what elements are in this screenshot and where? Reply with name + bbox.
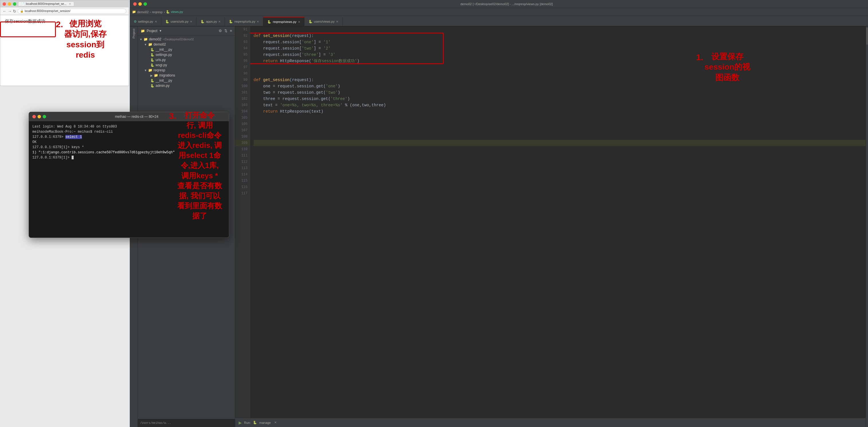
run-label: Run: <box>244 421 251 424</box>
traffic-red[interactable] <box>3 2 6 6</box>
gear-icon[interactable]: ≡ <box>230 29 232 33</box>
annotation-2: 2. 使用浏览 器访问,保存 session到 redis <box>56 19 119 60</box>
file-tree-terminal-path: /Users/meihao/w... <box>138 419 235 427</box>
folder-icon: 📁 <box>141 29 145 33</box>
project-header-label: Project <box>147 29 157 33</box>
browser-tab[interactable]: 📄 localhost:8000/reqresp/set_se... ✕ <box>18 1 74 6</box>
close-icon[interactable]: ✕ <box>69 2 71 5</box>
demo02-folder-icon: 📁 <box>148 42 152 47</box>
annotation-3: 3. 打开命令 行, 调用 redis-cli命令 进入redis, 调 用se… <box>169 110 249 221</box>
wsgi-py-label: wsgi.py <box>156 63 167 67</box>
migrations-folder-icon: 📁 <box>154 73 158 78</box>
ln-92: 92 <box>235 33 250 39</box>
tab-settings[interactable]: ⚙ settings.py ✕ <box>130 17 161 26</box>
url-text: localhost:8000/reqresp/set_session/ <box>25 9 70 12</box>
tree-root[interactable]: ▼ 📁 demo02 ~/Desktop/ee02/demo02 <box>138 37 235 42</box>
tree-urls[interactable]: 🐍 urls.py <box>138 57 235 62</box>
tab-settings-close[interactable]: ✕ <box>155 20 157 23</box>
tab-reqresp-urls[interactable]: 🐍 reqresp/urls.py ✕ <box>225 17 263 26</box>
tab-apps-close[interactable]: ✕ <box>218 20 221 23</box>
code-line-102: three = request.session.get('three') <box>253 96 866 102</box>
ln-94: 94 <box>235 45 250 52</box>
tree-reqresp-init[interactable]: 🐍 __init__.py <box>138 78 235 83</box>
tab-reqresp-urls-close[interactable]: ✕ <box>257 20 259 23</box>
root-folder-icon: 📁 <box>144 37 148 41</box>
refresh-button[interactable]: ↻ <box>13 9 16 13</box>
tab-apps[interactable]: 🐍 apps.py ✕ <box>196 17 225 26</box>
tree-admin[interactable]: 🐍 admin.py <box>138 83 235 88</box>
ide-tabs-bar: ⚙ settings.py ✕ 🐍 users/urls.py ✕ 🐍 apps… <box>130 16 868 26</box>
line-numbers: 91 92 93 94 95 96 97 98 99 100 101 102 1… <box>235 26 250 418</box>
file-tree-header: 📁 Project ▼ ⚙ ⇅ ≡ <box>138 26 235 35</box>
code-line-94: request.session['two'] = '2' <box>253 45 866 52</box>
code-line-112 <box>253 159 866 165</box>
tree-reqresp[interactable]: ▼ 📁 reqresp <box>138 68 235 73</box>
manage-icon: 🐍 <box>253 421 257 424</box>
browser-tabs-row: 📄 localhost:8000/reqresp/set_se... ✕ <box>0 0 129 7</box>
tab-users-views[interactable]: 🐍 users/views.py ✕ <box>305 17 343 26</box>
code-line-92: def set_session(request): <box>253 33 866 39</box>
tree-init[interactable]: 🐍 __init__.py <box>138 47 235 52</box>
tab-reqresp-views-close[interactable]: ✕ <box>298 20 300 24</box>
annotation-1: 1. 设置保存 session的视 图函数 <box>696 52 788 83</box>
success-message: 保存session数据成功 <box>5 19 45 24</box>
traffic-green[interactable] <box>13 2 16 6</box>
code-line-111 <box>253 152 866 159</box>
apps-file-icon: 🐍 <box>200 20 205 24</box>
split-icon[interactable]: ⇅ <box>224 29 227 33</box>
root-path: ~/Desktop/ee02/demo02 <box>162 38 194 41</box>
code-line-107 <box>253 127 866 133</box>
breadcrumb-demo02: demo02 <box>137 10 149 14</box>
tree-migrations[interactable]: ▶ 📁 migrations <box>138 73 235 78</box>
tab-reqresp-views[interactable]: 🐍 reqresp/views.py ✕ <box>263 17 305 26</box>
admin-py-label: admin.py <box>156 84 169 88</box>
tree-wsgi[interactable]: 🐍 wsgi.py <box>138 62 235 68</box>
urls-py-label: urls.py <box>156 58 165 62</box>
migrations-label: migrations <box>159 73 175 78</box>
tab-users-views-close[interactable]: ✕ <box>336 20 338 23</box>
code-line-110 <box>253 146 866 152</box>
demo02-label: demo02 <box>154 42 166 47</box>
admin-py-icon: 🐍 <box>150 84 154 88</box>
term-traffic-yellow[interactable] <box>37 115 41 118</box>
code-scrollbar[interactable] <box>866 26 868 427</box>
tree-arrow-migrations: ▶ <box>150 74 153 77</box>
tab-users-urls[interactable]: 🐍 users/urls.py ✕ <box>161 17 196 26</box>
term-traffic-red[interactable] <box>32 115 36 118</box>
fn-set-session: set_session <box>263 33 290 39</box>
scrollbar-thumb[interactable] <box>866 28 868 45</box>
ln-93: 93 <box>235 39 250 45</box>
ide-tl-red[interactable] <box>133 2 137 6</box>
ln-102: 102 <box>235 96 250 102</box>
file-tree-actions: ⚙ ⇅ ≡ <box>219 29 232 33</box>
settings-file-icon: ⚙ <box>134 20 137 24</box>
ide-window-title: demo02 [~/Desktop/ee02/demo02] - .../req… <box>149 2 865 6</box>
settings-gear-icon[interactable]: ⚙ <box>219 29 222 33</box>
code-line-100: one = request.session.get('one') <box>253 83 866 89</box>
code-line-103: text = 'one=%s, two=%s, three=%s' % (one… <box>253 102 866 108</box>
code-line-109 <box>253 140 866 146</box>
ide-tl-yellow[interactable] <box>138 2 142 6</box>
address-bar[interactable]: 🔒 localhost:8000/reqresp/set_session/ <box>18 9 126 14</box>
tab-users-urls-close[interactable]: ✕ <box>190 20 192 23</box>
term-traffic-green[interactable] <box>43 115 46 118</box>
ln-96: 96 <box>235 58 250 64</box>
code-line-91 <box>253 26 866 33</box>
run-icon: ▶ <box>239 420 242 425</box>
forward-button[interactable]: → <box>8 9 12 13</box>
project-label[interactable]: Project <box>132 29 135 38</box>
browser-tab-label: localhost:8000/reqresp/set_se... <box>26 2 66 5</box>
tree-demo02[interactable]: ▼ 📁 demo02 <box>138 42 235 47</box>
tree-settings[interactable]: 🐍 settings.py <box>138 52 235 57</box>
breadcrumb-reqresp: reqresp <box>152 10 162 14</box>
close-run-icon[interactable]: ✕ <box>274 421 277 424</box>
tree-arrow-demo02: ▼ <box>144 43 147 46</box>
ide-tl-green[interactable] <box>144 2 147 6</box>
browser-traffic-lights <box>3 2 16 6</box>
settings-py-icon: 🐍 <box>150 53 154 57</box>
back-button[interactable]: ← <box>3 9 7 13</box>
file-tree-header-left: 📁 Project ▼ <box>141 29 162 33</box>
code-line-106 <box>253 121 866 127</box>
traffic-yellow[interactable] <box>8 2 11 6</box>
breadcrumb-folder-icon: 📁 <box>132 10 136 14</box>
